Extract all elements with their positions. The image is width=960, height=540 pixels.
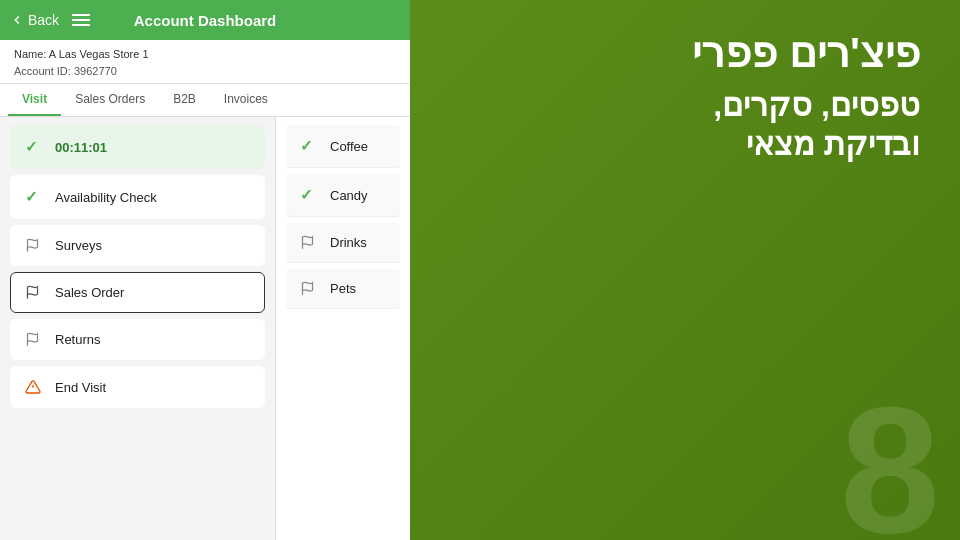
tabs-bar: Visit Sales Orders B2B Invoices bbox=[0, 84, 410, 117]
check-icon: ✓ bbox=[25, 138, 43, 156]
left-list: ✓ 00:11:01 ✓ Availability Check Surveys bbox=[0, 117, 275, 540]
flag-icon bbox=[300, 235, 318, 250]
topbar-title: Account Dashboard bbox=[134, 12, 277, 29]
coffee-label: Coffee bbox=[330, 139, 368, 154]
tab-sales-orders[interactable]: Sales Orders bbox=[61, 84, 159, 116]
pets-item[interactable]: Pets bbox=[286, 269, 400, 309]
coffee-item[interactable]: ✓ Coffee bbox=[286, 125, 400, 168]
big-number: 8 bbox=[840, 380, 940, 540]
check-icon: ✓ bbox=[300, 186, 318, 204]
account-name: A Las Vegas Store 1 bbox=[49, 48, 149, 60]
name-label: Name: bbox=[14, 48, 46, 60]
surveys-item[interactable]: Surveys bbox=[10, 225, 265, 266]
id-label: Account ID: bbox=[14, 65, 71, 77]
warning-icon bbox=[25, 379, 43, 395]
hebrew-title: פיצ'רים פפרי bbox=[450, 30, 920, 76]
tab-b2b[interactable]: B2B bbox=[159, 84, 210, 116]
drinks-item[interactable]: Drinks bbox=[286, 223, 400, 263]
flag-icon bbox=[25, 285, 43, 300]
check-icon: ✓ bbox=[300, 137, 318, 155]
candy-item[interactable]: ✓ Candy bbox=[286, 174, 400, 217]
account-info: Name: A Las Vegas Store 1 Account ID: 39… bbox=[0, 40, 410, 84]
flag-icon bbox=[25, 238, 43, 253]
account-id: 3962770 bbox=[74, 65, 117, 77]
end-visit-label: End Visit bbox=[55, 380, 106, 395]
pets-label: Pets bbox=[330, 281, 356, 296]
availability-check-item[interactable]: ✓ Availability Check bbox=[10, 175, 265, 219]
candy-label: Candy bbox=[330, 188, 368, 203]
check-icon: ✓ bbox=[25, 188, 43, 206]
sales-order-label: Sales Order bbox=[55, 285, 124, 300]
category-list: ✓ Coffee ✓ Candy Drinks bbox=[275, 117, 410, 540]
sales-order-item[interactable]: Sales Order bbox=[10, 272, 265, 313]
left-panel: Back Account Dashboard Name: A Las Vegas… bbox=[0, 0, 410, 540]
end-visit-item[interactable]: End Visit bbox=[10, 366, 265, 408]
availability-check-label: Availability Check bbox=[55, 190, 157, 205]
flag-icon bbox=[25, 332, 43, 347]
timer-label: 00:11:01 bbox=[55, 140, 107, 155]
surveys-label: Surveys bbox=[55, 238, 102, 253]
content-area: ✓ 00:11:01 ✓ Availability Check Surveys bbox=[0, 117, 410, 540]
tab-invoices[interactable]: Invoices bbox=[210, 84, 282, 116]
menu-button[interactable] bbox=[68, 10, 94, 30]
hebrew-subtitle: טפסים, סקרים, ובדיקת מצאי bbox=[450, 86, 920, 163]
tab-visit[interactable]: Visit bbox=[8, 84, 61, 116]
right-panel: פיצ'רים פפרי טפסים, סקרים, ובדיקת מצאי 8 bbox=[410, 0, 960, 540]
drinks-label: Drinks bbox=[330, 235, 367, 250]
returns-item[interactable]: Returns bbox=[10, 319, 265, 360]
timer-item[interactable]: ✓ 00:11:01 bbox=[10, 125, 265, 169]
top-bar: Back Account Dashboard bbox=[0, 0, 410, 40]
back-button[interactable]: Back bbox=[10, 12, 59, 28]
returns-label: Returns bbox=[55, 332, 101, 347]
flag-icon bbox=[300, 281, 318, 296]
back-label: Back bbox=[28, 12, 59, 28]
